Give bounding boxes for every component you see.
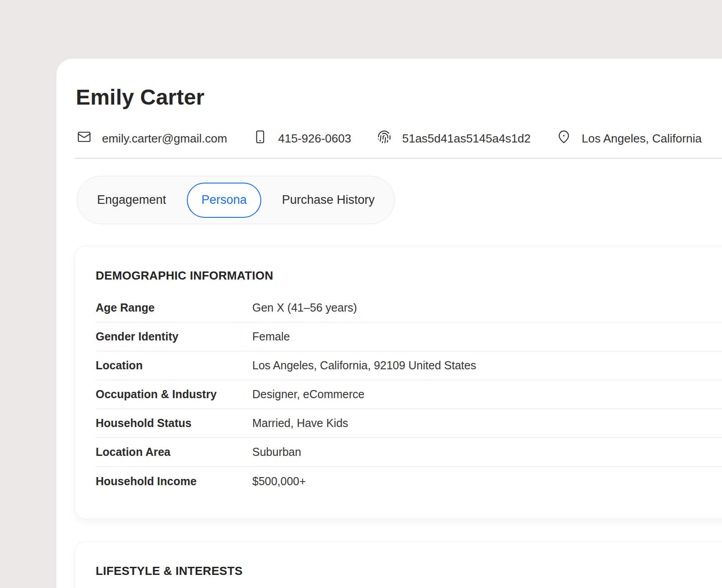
row-label-location: Location	[96, 359, 252, 372]
row-label-household-status: Household Status	[96, 417, 252, 430]
demographics-section: DEMOGRAPHIC INFORMATION Age Range Gen X …	[74, 246, 722, 519]
fingerprint-icon	[377, 130, 391, 147]
contact-email-value: emily.carter@gmail.com	[102, 132, 227, 146]
row-label-gender-identity: Gender Identity	[96, 330, 252, 343]
phone-icon	[253, 130, 267, 147]
table-row: Household Income $500,000+	[96, 467, 722, 496]
email-icon	[77, 130, 91, 147]
row-value-household-income: $500,000+	[252, 475, 306, 488]
table-row: Location Los Angeles, California, 92109 …	[96, 351, 722, 380]
page-background: Emily Carter emily.carter@gmail.com 415-…	[0, 0, 722, 588]
row-label-age-range: Age Range	[96, 301, 252, 314]
row-value-household-status: Married, Have Kids	[252, 417, 348, 430]
row-value-location: Los Angeles, California, 92109 United St…	[252, 359, 476, 372]
contact-fingerprint-value: 51as5d41as5145a4s1d2	[402, 132, 531, 146]
contact-item-email: emily.carter@gmail.com	[77, 130, 227, 147]
demographics-section-title: DEMOGRAPHIC INFORMATION	[96, 269, 722, 283]
contact-phone-value: 415-926-0603	[278, 132, 351, 146]
tab-bar: Engagement Persona Purchase History	[77, 176, 395, 224]
header-divider	[75, 158, 722, 159]
location-icon	[557, 130, 571, 147]
lifestyle-section: LIFESTYLE & INTERESTS	[74, 541, 722, 588]
contact-item-location: Los Angeles, California	[557, 130, 702, 147]
row-value-gender-identity: Female	[252, 330, 290, 343]
table-row: Occupation & Industry Designer, eCommerc…	[96, 380, 722, 409]
tab-purchase-history[interactable]: Purchase History	[262, 176, 395, 224]
tab-engagement[interactable]: Engagement	[77, 176, 186, 224]
page-title: Emily Carter	[76, 85, 204, 110]
lifestyle-section-title: LIFESTYLE & INTERESTS	[96, 564, 722, 578]
table-row: Gender Identity Female	[96, 322, 722, 351]
contact-location-value: Los Angeles, California	[582, 132, 702, 146]
row-label-location-area: Location Area	[96, 446, 252, 459]
table-row: Age Range Gen X (41–56 years)	[96, 294, 722, 322]
profile-card: Emily Carter emily.carter@gmail.com 415-…	[56, 59, 722, 588]
contact-item-phone: 415-926-0603	[253, 130, 351, 147]
table-row: Household Status Married, Have Kids	[96, 409, 722, 438]
contact-item-fingerprint: 51as5d41as5145a4s1d2	[377, 130, 531, 147]
tab-persona[interactable]: Persona	[187, 183, 261, 218]
row-value-occupation-industry: Designer, eCommerce	[252, 388, 365, 401]
row-value-location-area: Suburban	[252, 446, 301, 459]
row-label-household-income: Household Income	[96, 475, 252, 488]
row-value-age-range: Gen X (41–56 years)	[252, 301, 357, 314]
row-label-occupation-industry: Occupation & Industry	[96, 388, 252, 401]
contact-row: emily.carter@gmail.com 415-926-0603 51as…	[77, 129, 702, 148]
demographics-rows: Age Range Gen X (41–56 years) Gender Ide…	[96, 294, 722, 496]
table-row: Location Area Suburban	[96, 438, 722, 467]
